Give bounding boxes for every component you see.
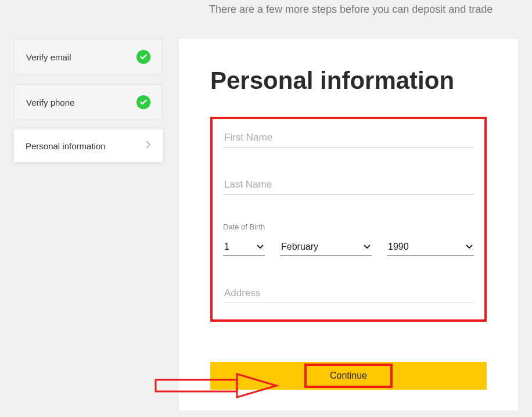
step-verify-phone[interactable]: Verify phone [14,84,163,120]
dob-day-select[interactable]: 1 [223,239,265,256]
page-subtitle: There are a few more steps before you ca… [209,3,532,16]
address-field-wrap [223,284,474,303]
step-label: Verify phone [26,98,74,107]
last-name-field-wrap [223,175,474,195]
dob-month-select[interactable]: February [280,239,372,256]
dob-label: Date of Birth [223,222,474,231]
dob-month-value: February [281,242,318,252]
chevron-down-icon [257,243,264,251]
step-verify-email[interactable]: Verify email [14,39,163,75]
steps-sidebar: Verify email Verify phone Personal infor… [14,39,163,411]
form-heading: Personal information [210,67,487,95]
dob-day-value: 1 [224,242,229,252]
dob-field-wrap: Date of Birth 1 February [223,222,474,256]
form-highlight-box: Date of Birth 1 February [210,117,487,322]
main-panel: Personal information Date of Birth 1 [179,39,518,411]
address-input[interactable] [223,284,474,303]
chevron-down-icon [364,243,371,251]
dob-year-select[interactable]: 1990 [387,239,474,256]
dob-year-value: 1990 [388,242,409,252]
continue-bar: Continue [210,362,487,390]
check-icon [136,95,150,109]
continue-button[interactable]: Continue [304,364,393,388]
first-name-input[interactable] [223,128,474,148]
last-name-input[interactable] [223,175,474,195]
step-label: Personal information [26,141,106,151]
content-container: Verify email Verify phone Personal infor… [0,27,532,411]
check-icon [136,50,150,64]
chevron-right-icon [145,140,151,152]
first-name-field-wrap [223,128,474,148]
chevron-down-icon [466,243,473,251]
step-personal-info[interactable]: Personal information [14,130,163,162]
dob-row: 1 February 1990 [223,239,474,256]
step-label: Verify email [26,52,71,62]
